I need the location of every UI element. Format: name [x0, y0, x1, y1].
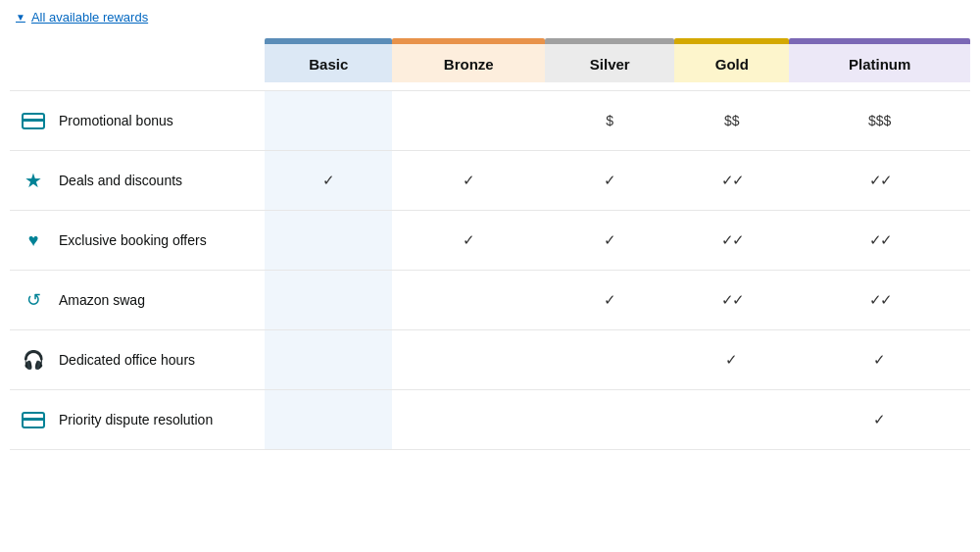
- check-mark: ✓: [604, 172, 616, 188]
- cell-deals-discounts-basic: ✓: [265, 151, 392, 211]
- double-check-mark: ✓✓: [721, 172, 743, 188]
- cell-dedicated-office-hours-silver: [545, 330, 674, 390]
- all-rewards-label: All available rewards: [31, 10, 148, 25]
- table-row-deals-discounts: ★Deals and discounts✓✓✓✓✓✓✓: [10, 151, 970, 211]
- check-mark: ✓: [604, 231, 616, 248]
- row-label-cell-amazon-swag: ↺Amazon swag: [10, 271, 265, 330]
- gold-cell-inner: Gold: [674, 44, 789, 82]
- tier-header-silver: Silver: [545, 32, 674, 91]
- basic-label: Basic: [309, 56, 348, 73]
- cell-deals-discounts-platinum: ✓✓: [789, 151, 970, 211]
- cell-dedicated-office-hours-bronze: [392, 330, 545, 390]
- cell-deals-discounts-bronze: ✓: [392, 151, 545, 211]
- cell-exclusive-booking-basic: [265, 211, 392, 271]
- row-label-cell-priority-dispute: Priority dispute resolution: [10, 390, 265, 450]
- cell-dedicated-office-hours-gold: ✓: [674, 330, 789, 390]
- basic-cell-inner: Basic: [265, 44, 392, 82]
- check-mark: ✓: [725, 351, 738, 368]
- check-mark: ✓: [604, 291, 616, 308]
- cell-dedicated-office-hours-basic: [265, 330, 392, 390]
- heart-icon: ♥: [20, 226, 47, 254]
- cell-amazon-swag-basic: [265, 271, 392, 330]
- cell-dedicated-office-hours-platinum: ✓: [789, 330, 970, 390]
- chevron-down-icon: ▼: [16, 12, 25, 23]
- headset-icon: 🎧: [20, 346, 47, 374]
- platinum-cell-inner: Platinum: [789, 44, 970, 82]
- cell-deals-discounts-silver: ✓: [545, 151, 674, 211]
- row-text-deals-discounts: Deals and discounts: [59, 173, 182, 188]
- bronze-label: Bronze: [444, 56, 494, 73]
- check-mark: ✓: [463, 231, 475, 248]
- tier-header-basic: Basic: [265, 32, 392, 91]
- cell-promotional-bonus-basic: [265, 91, 392, 151]
- row-text-exclusive-booking: Exclusive booking offers: [59, 232, 207, 248]
- cell-amazon-swag-gold: ✓✓: [674, 271, 789, 330]
- cell-deals-discounts-gold: ✓✓: [674, 151, 789, 211]
- swag-icon: ↺: [20, 286, 47, 314]
- row-label-cell-promotional-bonus: Promotional bonus: [10, 91, 265, 151]
- row-text-promotional-bonus: Promotional bonus: [59, 113, 173, 128]
- tier-header-platinum: Platinum: [789, 32, 970, 91]
- row-label-exclusive-booking: ♥Exclusive booking offers: [20, 226, 257, 254]
- double-check-mark: ✓✓: [869, 172, 891, 188]
- row-label-amazon-swag: ↺Amazon swag: [20, 286, 257, 314]
- cell-promotional-bonus-platinum: $$$: [789, 91, 970, 151]
- cell-exclusive-booking-gold: ✓✓: [674, 211, 789, 271]
- cell-priority-dispute-gold: [674, 390, 789, 450]
- row-text-dedicated-office-hours: Dedicated office hours: [59, 352, 195, 368]
- row-label-priority-dispute: Priority dispute resolution: [20, 406, 257, 433]
- cell-amazon-swag-silver: ✓: [545, 271, 674, 330]
- card-icon: [20, 406, 47, 433]
- cell-exclusive-booking-bronze: ✓: [392, 211, 545, 271]
- table-row-amazon-swag: ↺Amazon swag✓✓✓✓✓: [10, 271, 970, 330]
- tier-header-bronze: Bronze: [392, 32, 545, 91]
- table-row-exclusive-booking: ♥Exclusive booking offers✓✓✓✓✓✓: [10, 211, 970, 271]
- star-icon: ★: [20, 167, 47, 194]
- cell-amazon-swag-platinum: ✓✓: [789, 271, 970, 330]
- check-mark: ✓: [873, 411, 886, 427]
- cell-priority-dispute-platinum: ✓: [789, 390, 970, 450]
- check-mark: ✓: [873, 351, 886, 368]
- table-row-promotional-bonus: Promotional bonus$$$$$$: [10, 91, 970, 151]
- cell-priority-dispute-bronze: [392, 390, 545, 450]
- tier-header-row: Basic Bronze: [10, 32, 970, 91]
- main-container: ▼ All available rewards Basic: [0, 0, 980, 552]
- row-label-cell-exclusive-booking: ♥Exclusive booking offers: [10, 211, 265, 271]
- platinum-label: Platinum: [849, 56, 910, 73]
- rewards-table-wrapper: Basic Bronze: [0, 32, 980, 450]
- cell-exclusive-booking-platinum: ✓✓: [789, 211, 970, 271]
- dollar-value: $: [606, 113, 613, 128]
- silver-cell-inner: Silver: [545, 44, 674, 82]
- row-label-promotional-bonus: Promotional bonus: [20, 107, 257, 134]
- cell-promotional-bonus-silver: $: [545, 91, 674, 151]
- cell-priority-dispute-silver: [545, 390, 674, 450]
- row-text-amazon-swag: Amazon swag: [59, 292, 145, 308]
- double-check-mark: ✓✓: [869, 231, 891, 248]
- silver-label: Silver: [590, 56, 630, 73]
- tier-header-gold: Gold: [674, 32, 789, 91]
- double-check-mark: ✓✓: [869, 291, 891, 308]
- double-check-mark: ✓✓: [721, 231, 743, 248]
- cell-promotional-bonus-gold: $$: [674, 91, 789, 151]
- row-label-cell-deals-discounts: ★Deals and discounts: [10, 151, 265, 211]
- dollar-value: $$$: [868, 113, 891, 128]
- all-rewards-link[interactable]: ▼ All available rewards: [0, 0, 980, 32]
- table-row-priority-dispute: Priority dispute resolution✓: [10, 390, 970, 450]
- check-mark: ✓: [463, 172, 475, 188]
- row-label-deals-discounts: ★Deals and discounts: [20, 167, 257, 194]
- cell-exclusive-booking-silver: ✓: [545, 211, 674, 271]
- row-label-dedicated-office-hours: 🎧Dedicated office hours: [20, 346, 257, 374]
- empty-header-cell: [10, 32, 265, 91]
- row-label-cell-dedicated-office-hours: 🎧Dedicated office hours: [10, 330, 265, 390]
- check-mark: ✓: [322, 172, 335, 188]
- cell-priority-dispute-basic: [265, 390, 392, 450]
- cell-promotional-bonus-bronze: [392, 91, 545, 151]
- bronze-cell-inner: Bronze: [392, 44, 545, 82]
- gold-label: Gold: [715, 56, 749, 73]
- table-row-dedicated-office-hours: 🎧Dedicated office hours✓✓: [10, 330, 970, 390]
- card-icon: [20, 107, 47, 134]
- double-check-mark: ✓✓: [721, 291, 743, 308]
- cell-amazon-swag-bronze: [392, 271, 545, 330]
- table-body: Promotional bonus$$$$$$★Deals and discou…: [10, 91, 970, 450]
- rewards-table: Basic Bronze: [10, 32, 970, 450]
